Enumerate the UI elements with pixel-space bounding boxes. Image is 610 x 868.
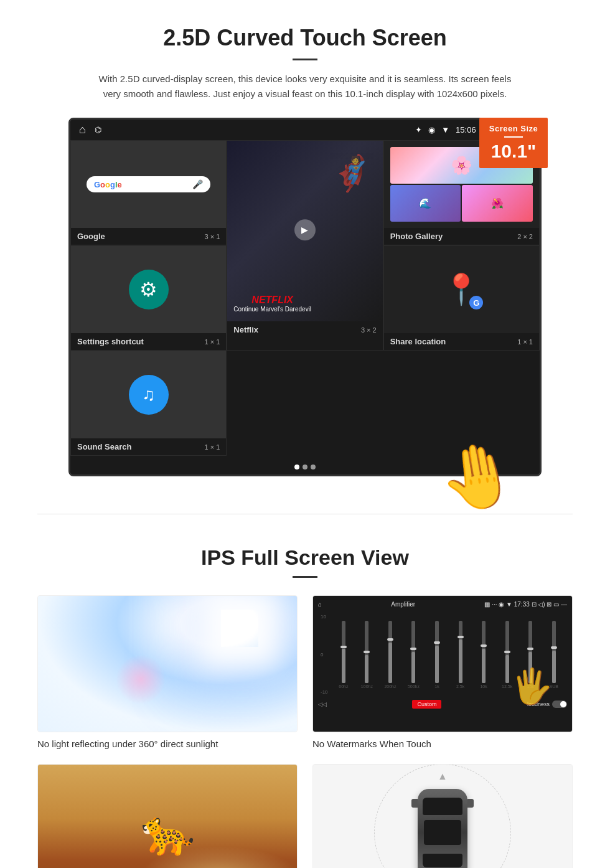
eq-handle-7	[481, 644, 487, 647]
share-location-size: 1 × 1	[517, 338, 533, 346]
settings-gear-icon: ⚙	[129, 270, 169, 309]
eq-handle-9	[527, 648, 533, 650]
eq-fill-4	[411, 652, 415, 683]
pager-dot-3[interactable]	[311, 465, 316, 469]
car-rear-window	[423, 854, 462, 867]
netflix-label: Netflix	[233, 325, 258, 334]
netflix-overlay: NETFLIX Continue Marvel's Daredevil	[233, 295, 311, 313]
eq-fill-8	[505, 655, 509, 683]
section1-description: With 2.5D curved-display screen, this de…	[93, 72, 517, 101]
amp-status: ▦ ··· ◉ ▼ 17:33 ⊡ ◁) ⊠ ▭ —	[484, 601, 567, 608]
google-logo: Google	[94, 180, 122, 189]
amp-nav-left: ◁◁	[318, 701, 327, 707]
hand-on-eq: 🖐	[510, 666, 553, 707]
eq-handle-2	[364, 651, 370, 653]
netflix-cell[interactable]: ▶ NETFLIX Continue Marvel's Daredevil 🦸 …	[227, 140, 383, 351]
section-curved-screen: 2.5D Curved Touch Screen With 2.5D curve…	[0, 0, 610, 495]
car-top-view	[418, 789, 467, 868]
eq-handle-3	[387, 638, 393, 641]
eq-freq-6: 2.5k	[456, 684, 464, 689]
google-size: 3 × 1	[205, 233, 220, 240]
share-location-inner: 📍 G	[384, 246, 539, 333]
settings-cell-inner: ⚙	[71, 246, 226, 333]
sound-search-label-row: Sound Search 1 × 1	[71, 438, 226, 455]
eq-bar-4: 500hz	[403, 621, 425, 689]
toggle-knob	[560, 701, 566, 707]
car-body	[418, 789, 467, 868]
google-cell-inner: Google 🎤	[71, 141, 226, 228]
feature-sunlight: No light reflecting under 360° direct su…	[37, 595, 298, 749]
google-cell[interactable]: Google 🎤 Google 3 × 1	[70, 140, 227, 245]
wifi-icon: ▼	[441, 125, 449, 134]
settings-label: Settings shortcut	[77, 337, 144, 346]
eq-freq-5: 1k	[434, 684, 439, 689]
eq-track-4	[411, 621, 415, 683]
share-icon-area: 📍 G	[384, 246, 539, 333]
loudness-toggle[interactable]	[552, 701, 567, 708]
badge-label: Screen Size	[484, 124, 543, 133]
eq-track-7	[482, 621, 486, 683]
time-display: 15:06	[456, 125, 476, 134]
eq-bar-1: 60hz	[333, 621, 355, 689]
daredevil-figure: 🦸	[331, 153, 373, 194]
home-icon[interactable]: ⌂	[79, 123, 86, 136]
eq-handle-1	[340, 646, 347, 648]
eq-handle-8	[504, 651, 510, 653]
bluetooth-icon: ✦	[415, 125, 422, 134]
amplifier-caption: No Watermarks When Touch	[312, 738, 573, 749]
photo-gallery-label: Photo Gallery	[390, 232, 443, 241]
section1-title: 2.5D Curved Touch Screen	[37, 25, 573, 51]
feature-car: ▲ Large Viewing Angle	[312, 764, 573, 868]
sunlight-bg	[38, 596, 297, 732]
play-button[interactable]: ▶	[294, 219, 316, 240]
amp-home-icon: ⌂	[318, 601, 322, 608]
maps-icon-wrapper: 📍 G	[443, 271, 480, 308]
sound-search-size: 1 × 1	[205, 443, 220, 451]
share-location-cell[interactable]: 📍 G Share location 1 × 1	[383, 245, 540, 351]
screen-size-badge: Screen Size 10.1"	[479, 118, 548, 168]
eq-fill-5	[435, 646, 439, 683]
eq-track-1	[342, 621, 345, 683]
feature-grid: No light reflecting under 360° direct su…	[37, 595, 573, 868]
eq-labels: 10 0 -10	[321, 614, 328, 695]
amp-custom-button[interactable]: Custom	[412, 700, 441, 709]
eq-fill-7	[482, 649, 486, 683]
location-icon: ◉	[428, 125, 435, 134]
sunlight-caption: No light reflecting under 360° direct su…	[37, 738, 298, 749]
eq-handle-10	[551, 646, 557, 649]
photo-thumb-2: 🌊	[390, 185, 461, 222]
eq-freq-3: 200hz	[384, 684, 396, 689]
eq-handle-5	[434, 641, 440, 644]
status-left: ⌂ ⌬	[79, 123, 101, 136]
cheetah-image: 🐆 ━━━━━━━	[37, 764, 298, 868]
google-label: Google	[77, 232, 105, 241]
eq-freq-1: 60hz	[339, 684, 348, 689]
sunlight-pink-glow	[116, 654, 166, 704]
app-grid: Google 🎤 Google 3 × 1	[70, 140, 540, 456]
settings-cell[interactable]: ⚙ Settings shortcut 1 × 1	[70, 245, 227, 351]
eq-fill-3	[388, 643, 392, 683]
sunlight-rays	[221, 610, 258, 647]
settings-icon-area: ⚙	[71, 246, 226, 333]
eq-bar-7: 10k	[473, 621, 495, 689]
google-search-bar[interactable]: Google 🎤	[87, 176, 210, 192]
eq-fill-6	[459, 639, 462, 683]
pager-dot-1[interactable]	[294, 465, 299, 469]
badge-size: 10.1"	[484, 141, 543, 162]
eq-track-6	[459, 621, 462, 683]
pager-dot-2[interactable]	[303, 465, 307, 469]
photo-gallery-label-row: Photo Gallery 2 × 2	[384, 228, 539, 245]
sound-search-cell[interactable]: ♫ Sound Search 1 × 1	[70, 351, 227, 456]
sound-search-label: Sound Search	[77, 442, 131, 451]
feature-cheetah: 🐆 ━━━━━━━ Super Fast Response	[37, 764, 298, 868]
amp-header: ⌂ Amplifier ▦ ··· ◉ ▼ 17:33 ⊡ ◁) ⊠ ▭ —	[318, 601, 567, 608]
car-direction-arrow: ▲	[438, 771, 448, 782]
netflix-subtitle: Continue Marvel's Daredevil	[233, 306, 311, 313]
cheetah-icon: 🐆	[141, 807, 195, 858]
settings-size: 1 × 1	[205, 338, 220, 346]
eq-freq-4: 500hz	[408, 684, 420, 689]
section2-underline	[293, 576, 317, 578]
photo-thumb-3: 🌺	[462, 185, 533, 222]
eq-bar-2: 100hz	[356, 621, 378, 689]
usb-icon: ⌬	[95, 125, 101, 134]
